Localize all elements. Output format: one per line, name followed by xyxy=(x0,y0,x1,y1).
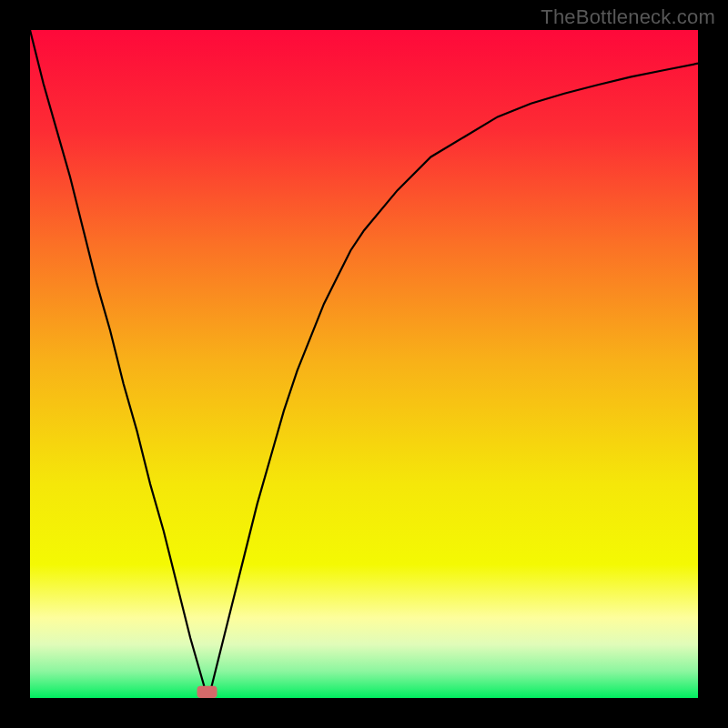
optimal-marker xyxy=(197,686,217,698)
chart-gradient-bg xyxy=(30,30,698,698)
bottleneck-chart: TheBottleneck.com xyxy=(0,0,728,728)
watermark-text: TheBottleneck.com xyxy=(541,5,715,29)
chart-svg xyxy=(0,0,728,728)
